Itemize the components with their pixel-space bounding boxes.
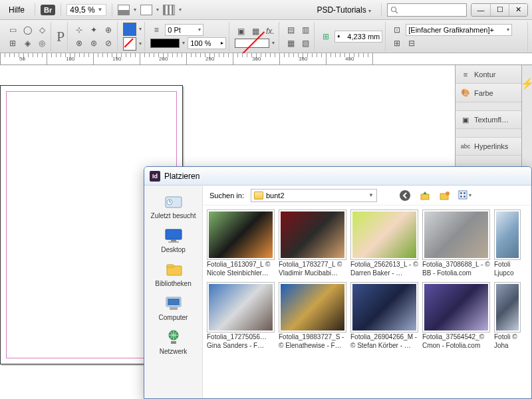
dimension-input[interactable]: ♦4,233 mm [334, 31, 382, 43]
place-recent[interactable]: Zuletzt besucht [144, 190, 202, 222]
chevron-down-icon: ▾ [156, 7, 159, 13]
tool-icon[interactable]: ⊞ [7, 37, 19, 49]
horizontal-ruler[interactable]: 50100150200250300350400 [0, 53, 532, 65]
bridge-button[interactable]: Br [41, 5, 55, 15]
view-options-icon[interactable] [118, 5, 130, 15]
file-name: Fotoli © Joha [494, 333, 521, 350]
svg-point-0 [392, 7, 396, 11]
align-icon[interactable]: ▥ [299, 24, 311, 36]
file-thumb[interactable]: Fotolia_1783277_L © Vladimir Mucibabi… [279, 209, 346, 278]
place-desktop[interactable]: Desktop [144, 223, 202, 256]
file-thumb[interactable]: Fotolia_17275056… Gina Sanders - F… [207, 282, 275, 350]
chevron-down-icon: ▼ [98, 7, 103, 13]
back-button[interactable] [398, 189, 412, 202]
minimize-button[interactable]: — [471, 4, 490, 16]
align-icon[interactable]: ▦ [285, 37, 297, 49]
maximize-button[interactable]: ☐ [490, 4, 509, 16]
file-thumb[interactable]: Fotolia_2562613_L - © Darren Baker - … [350, 209, 418, 278]
file-thumb[interactable]: Fotoli © Joha [494, 282, 521, 350]
desktop-icon [162, 226, 185, 245]
close-button[interactable]: ✕ [509, 4, 527, 16]
tool-icon[interactable]: ⊘ [102, 37, 114, 49]
separator [112, 3, 112, 17]
search-input[interactable] [387, 3, 467, 17]
tool-icon[interactable]: ◈ [21, 37, 33, 49]
dimension-icon[interactable]: ⊞ [320, 31, 332, 43]
tool-icon[interactable]: ⊟ [406, 37, 418, 49]
place-network[interactable]: Netzwerk [144, 325, 202, 358]
chevron-down-icon: ▾ [182, 40, 185, 46]
place-libraries[interactable]: Bibliotheken [144, 257, 202, 290]
polygon-icon[interactable]: ◇ [36, 24, 48, 36]
zoom-level[interactable]: 49,5 % ▼ [66, 4, 106, 16]
panel-stroke[interactable]: ≡Kontur [456, 65, 521, 84]
none-swatch[interactable] [235, 39, 269, 48]
file-name: Fotolia_17275056… Gina Sanders - F… [207, 333, 275, 350]
new-folder-button[interactable] [438, 189, 452, 202]
svg-rect-11 [170, 307, 178, 310]
svg-rect-4 [166, 229, 182, 239]
view-menu-button[interactable]: ▾ [458, 189, 471, 202]
ellipse-icon[interactable]: ◯ [21, 24, 33, 36]
align-icon[interactable]: ▤ [285, 24, 297, 36]
chevron-down-icon: ▾ [179, 7, 182, 13]
fill-swatch[interactable] [123, 23, 136, 36]
tool-icon[interactable]: ⊹ [73, 24, 85, 36]
folder-select[interactable]: bunt2 ▼ [251, 189, 377, 202]
svg-rect-15 [421, 194, 429, 200]
file-name: Fotolia_1613097_L © Nicole Steinbichler… [207, 261, 275, 278]
file-thumb[interactable]: Fotolia_3708688_L - © BB - Fotolia.com [422, 209, 490, 278]
chevron-down-icon: ▾ [368, 8, 371, 14]
file-thumb[interactable]: Fotolia_19883727_S - © Elenathewise - F… [279, 282, 346, 350]
shape-icon[interactable]: ▭ [7, 24, 19, 36]
stroke-swatch[interactable] [123, 37, 136, 51]
file-list: Fotolia_1613097_L © Nicole Steinbichler…… [203, 205, 531, 398]
tool-icon[interactable]: ◎ [36, 37, 48, 49]
screen-mode-icon[interactable] [140, 5, 152, 15]
align-icon[interactable]: ▧ [299, 37, 311, 49]
svg-rect-19 [460, 192, 462, 194]
places-bar: Zuletzt besucht Desktop Bibliotheken Com… [144, 186, 203, 398]
object-style-select[interactable]: [Einfacher Grafikrahmen]+▾ [406, 24, 512, 36]
stroke-weight-input[interactable]: 0 Pt▾ [165, 24, 203, 36]
file-name: Fotolia_37564542_© Cmon - Fotolia.com [422, 333, 490, 350]
svg-rect-22 [464, 196, 466, 198]
file-thumb[interactable]: Fotolia_37564542_© Cmon - Fotolia.com [422, 282, 490, 350]
dialog-title: Platzieren [164, 172, 200, 181]
panel-color[interactable]: 🎨Farbe [456, 84, 521, 102]
file-thumb[interactable]: Fotolia_1613097_L © Nicole Steinbichler… [207, 209, 275, 278]
file-name: Fotolia_2562613_L - © Darren Baker - … [350, 261, 418, 278]
text-wrap-icon: ▣ [461, 115, 470, 124]
tool-icon[interactable]: ⊗ [73, 37, 85, 49]
svg-rect-18 [459, 191, 467, 199]
chevron-down-icon: ▾ [134, 7, 136, 13]
help-menu[interactable]: Hilfe [4, 3, 29, 17]
panel-hyperlinks[interactable]: abcHyperlinks [456, 137, 521, 156]
stroke-style[interactable] [150, 39, 180, 48]
tool-icon[interactable]: ⊛ [88, 37, 100, 49]
hyperlink-icon: abc [461, 142, 470, 151]
tool-icon[interactable]: ⊞ [391, 37, 403, 49]
file-name: Fotolia_19883727_S - © Elenathewise - F… [279, 333, 346, 350]
stroke-icon: ≡ [461, 70, 470, 79]
file-thumb[interactable]: Fotoli Ljupco [494, 209, 521, 278]
opacity-input[interactable]: 100 %▸ [188, 37, 226, 49]
svg-rect-8 [167, 265, 174, 267]
recent-icon [162, 192, 185, 211]
up-button[interactable] [418, 189, 432, 202]
search-icon [390, 6, 398, 14]
frame-icon: ⊡ [391, 24, 403, 36]
workspace-switcher[interactable]: PSD-Tutorials ▾ [312, 3, 376, 17]
panel-text-wrap[interactable]: ▣Textumfl… [456, 110, 521, 129]
arrange-docs-icon[interactable] [163, 5, 175, 15]
tool-icon[interactable]: ▣ [235, 25, 247, 37]
character-formatting-icon[interactable]: P [57, 28, 65, 45]
place-computer[interactable]: Computer [144, 291, 202, 324]
tool-icon[interactable]: ⊕ [102, 24, 114, 36]
svg-line-1 [396, 11, 398, 13]
file-thumb[interactable]: Fotolia_26904266_M - © Stefan Körber - … [350, 282, 418, 350]
indesign-icon: Id [150, 171, 160, 182]
dialog-title-bar[interactable]: Id Platzieren [144, 167, 531, 186]
chevron-down-icon: ▾ [139, 26, 142, 32]
tool-icon[interactable]: ✦ [88, 24, 100, 36]
